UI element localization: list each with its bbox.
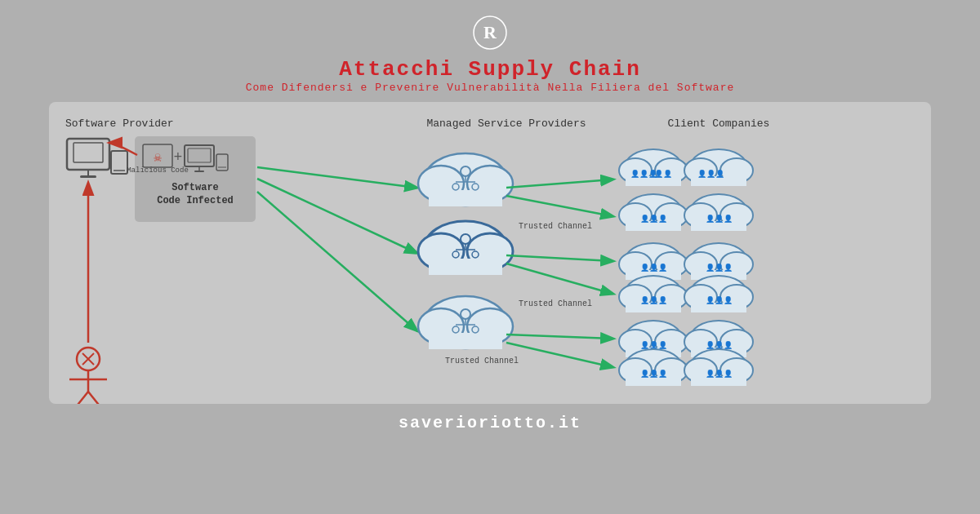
svg-point-79 [720,158,753,183]
svg-text:Trusted Channel: Trusted Channel [519,299,592,308]
svg-line-64 [506,179,612,188]
sr-logo-icon: R [472,15,508,51]
svg-point-43 [425,221,506,273]
svg-line-32 [257,179,416,253]
svg-text:👤👤👤: 👤👤👤 [640,263,668,273]
footer-url: saverioriotto.it [399,414,581,432]
svg-text:Software: Software [172,182,219,193]
svg-point-118 [684,330,717,354]
svg-text:👤👤👤: 👤👤👤 [640,214,668,224]
svg-line-23 [82,353,94,365]
svg-point-35 [418,166,464,202]
svg-rect-105 [626,303,681,312]
svg-point-22 [77,348,100,370]
svg-point-123 [619,358,652,383]
svg-point-114 [655,330,688,354]
svg-point-36 [467,166,513,202]
svg-text:Trusted Channel: Trusted Channel [445,357,519,366]
svg-text:👤👤👤: 👤👤👤 [706,369,733,379]
svg-text:Code Infected: Code Infected [157,195,234,206]
svg-rect-90 [691,221,746,231]
svg-point-99 [720,252,753,277]
svg-point-84 [655,203,688,228]
svg-rect-6 [111,151,127,174]
svg-text:👤👤👤: 👤👤👤 [640,369,668,379]
sub-title: Come Difendersi e Prevenire Vulnerabilit… [246,82,735,94]
header: R Attacchi Supply Chain Come Difendersi … [246,0,735,94]
svg-point-71 [625,149,682,185]
svg-point-103 [619,285,652,309]
svg-point-92 [625,243,682,279]
svg-line-31 [257,167,416,188]
svg-rect-9 [143,144,172,167]
svg-text:👤👤👤: 👤👤👤 [640,295,668,305]
svg-text:👤👤👤: 👤👤👤 [706,340,733,350]
svg-text:+: + [174,149,183,166]
svg-line-67 [506,264,612,294]
svg-line-65 [506,196,612,216]
svg-point-73 [655,158,688,183]
svg-line-27 [75,392,88,404]
svg-rect-46 [429,259,502,275]
svg-point-122 [625,349,682,385]
svg-point-102 [625,276,682,312]
svg-point-77 [690,149,747,185]
svg-rect-2 [67,139,109,170]
svg-rect-3 [74,143,103,162]
svg-rect-95 [626,270,681,280]
svg-rect-17 [216,154,228,171]
svg-point-109 [720,285,753,309]
svg-text:👤👤👤: 👤👤👤 [706,263,733,273]
main-title: Attacchi Supply Chain [339,57,641,82]
svg-point-59 [452,326,459,333]
svg-point-89 [720,203,753,228]
svg-point-47 [461,234,470,244]
svg-point-56 [461,309,470,319]
svg-rect-100 [691,270,746,280]
svg-point-117 [690,321,747,357]
svg-point-128 [684,358,717,383]
svg-rect-125 [626,376,681,386]
svg-point-54 [467,308,513,344]
svg-point-34 [425,153,506,206]
svg-point-93 [619,252,652,277]
svg-point-50 [452,251,459,258]
svg-text:Managed Service Providers: Managed Service Providers [426,117,586,130]
svg-point-119 [720,330,753,354]
svg-point-112 [625,321,682,357]
svg-point-38 [461,166,470,176]
svg-point-82 [625,194,682,230]
svg-point-124 [655,358,688,383]
svg-point-72 [619,158,652,183]
svg-text:👤👤👤: 👤👤👤 [697,169,725,179]
svg-rect-5 [80,175,96,178]
svg-text:Malicious Code: Malicious Code [127,166,189,175]
svg-point-44 [418,233,464,269]
svg-rect-110 [691,303,746,312]
svg-text:👤👤👤: 👤👤👤 [640,340,668,350]
svg-rect-16 [194,171,204,172]
svg-rect-8 [135,136,256,222]
svg-point-98 [684,252,717,277]
svg-point-88 [684,203,717,228]
svg-point-60 [472,326,479,333]
svg-line-33 [257,192,416,330]
svg-text:Trusted Channel: Trusted Channel [519,222,592,231]
svg-point-41 [452,184,459,190]
svg-text:☠: ☠ [154,151,162,166]
diagram-area: Software Provider ☠ Malicious Code + Sof… [49,102,931,404]
svg-text:👤👤👤: 👤👤👤 [706,295,733,305]
svg-line-24 [82,353,94,365]
svg-point-53 [418,308,464,344]
svg-rect-80 [691,176,746,186]
svg-text:R: R [483,22,497,42]
svg-point-42 [472,184,479,190]
svg-point-104 [655,285,688,309]
svg-line-69 [506,343,612,367]
svg-rect-85 [626,221,681,231]
svg-rect-13 [185,145,214,166]
svg-text:👤👤: 👤👤 [654,169,673,179]
svg-line-68 [506,335,612,339]
svg-point-129 [720,358,753,383]
svg-line-28 [88,392,101,404]
